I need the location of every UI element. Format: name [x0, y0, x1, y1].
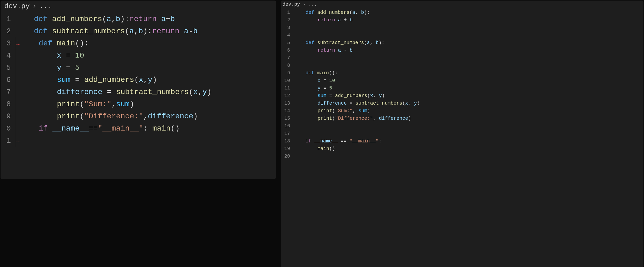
chevron-right-icon: ›	[32, 2, 37, 10]
editor-split-view: dev.py › ... 12345678901 def add_numbers…	[0, 0, 644, 267]
line-number: 3	[3, 37, 11, 49]
line-number: 5	[3, 62, 11, 74]
code-line[interactable]	[294, 24, 643, 31]
code-line[interactable]: main()	[294, 145, 643, 152]
code-line[interactable]: ~~	[16, 135, 276, 147]
line-number: 1	[3, 135, 11, 147]
editor-body-right[interactable]: 1234567891011121314151617181920 def add_…	[281, 9, 643, 267]
line-number: 15	[283, 115, 290, 122]
line-number: 0	[3, 122, 11, 135]
code-line[interactable]	[294, 122, 643, 130]
code-line[interactable]	[294, 62, 643, 69]
code-line[interactable]: return a - b	[294, 46, 643, 54]
code-line[interactable]: def main():~~	[16, 37, 276, 49]
line-number: 9	[283, 69, 290, 77]
code-line[interactable]: def main():	[294, 69, 643, 77]
line-number: 1	[283, 9, 290, 16]
code-line[interactable]: print("Difference:", difference)	[294, 115, 643, 122]
line-number: 13	[283, 99, 290, 107]
line-number: 5	[283, 39, 290, 46]
line-number-gutter: 1234567891011121314151617181920	[281, 9, 294, 267]
code-line[interactable]: sum = add_numbers(x, y)	[294, 92, 643, 99]
line-number: 19	[283, 145, 290, 152]
code-line[interactable]: print("Sum:", sum)	[294, 107, 643, 115]
line-number-gutter: 12345678901	[1, 13, 16, 179]
breadcrumb[interactable]: dev.py › ...	[281, 1, 643, 9]
code-line[interactable]: if __name__=="__main__": main()	[16, 122, 276, 135]
code-line[interactable]	[294, 152, 643, 160]
line-number: 2	[283, 16, 290, 24]
code-line[interactable]: return a + b	[294, 16, 643, 24]
code-line[interactable]: print("Sum:",sum)	[16, 98, 276, 110]
breadcrumb-tail[interactable]: ...	[308, 2, 317, 7]
line-number: 10	[283, 77, 290, 84]
breadcrumb-tail[interactable]: ...	[39, 2, 52, 10]
code-line[interactable]: y = 5	[16, 62, 276, 74]
line-number: 7	[3, 86, 11, 98]
code-line[interactable]: def subtract_numbers(a,b):return a-b	[16, 25, 276, 37]
code-line[interactable]: x = 10	[16, 49, 276, 62]
code-line[interactable]	[294, 130, 643, 137]
line-number: 8	[3, 98, 11, 110]
line-number: 20	[283, 152, 290, 160]
line-number: 6	[3, 74, 11, 86]
line-number: 17	[283, 130, 290, 137]
line-number: 16	[283, 122, 290, 130]
line-number: 1	[3, 13, 11, 25]
line-number: 18	[283, 137, 290, 145]
breadcrumb[interactable]: dev.py › ...	[1, 1, 276, 13]
editor-pane-left[interactable]: dev.py › ... 12345678901 def add_numbers…	[1, 1, 276, 179]
code-line[interactable]: if __name__ == "__main__":	[294, 137, 643, 145]
code-line[interactable]: def add_numbers(a, b):	[294, 9, 643, 16]
line-number: 7	[283, 54, 290, 62]
error-squiggle-icon: ~~	[16, 136, 19, 148]
line-number: 12	[283, 92, 290, 99]
chevron-right-icon: ›	[303, 2, 306, 7]
line-number: 2	[3, 25, 11, 37]
code-line[interactable]: def subtract_numbers(a, b):	[294, 39, 643, 46]
line-number: 4	[3, 49, 11, 62]
code-line[interactable]	[294, 54, 643, 62]
code-area[interactable]: def add_numbers(a, b): return a + b def …	[294, 9, 643, 267]
code-line[interactable]: sum = add_numbers(x,y)	[16, 74, 276, 86]
code-line[interactable]: print("Difference:",difference)	[16, 110, 276, 122]
line-number: 3	[283, 24, 290, 31]
code-line[interactable]: x = 10	[294, 77, 643, 84]
code-line[interactable]	[294, 31, 643, 39]
line-number: 4	[283, 31, 290, 39]
code-line[interactable]: difference = subtract_numbers(x, y)	[294, 99, 643, 107]
editor-body-left[interactable]: 12345678901 def add_numbers(a,b):return …	[1, 13, 276, 179]
line-number: 9	[3, 110, 11, 122]
code-area[interactable]: def add_numbers(a,b):return a+b def subt…	[16, 13, 276, 179]
code-line[interactable]: y = 5	[294, 84, 643, 92]
breadcrumb-file[interactable]: dev.py	[282, 2, 300, 7]
line-number: 8	[283, 62, 290, 69]
line-number: 11	[283, 84, 290, 92]
code-line[interactable]: difference = subtract_numbers(x,y)	[16, 86, 276, 98]
breadcrumb-file[interactable]: dev.py	[4, 2, 30, 10]
code-line[interactable]: def add_numbers(a,b):return a+b	[16, 13, 276, 25]
editor-pane-right[interactable]: dev.py › ... 123456789101112131415161718…	[281, 1, 643, 267]
line-number: 14	[283, 107, 290, 115]
line-number: 6	[283, 46, 290, 54]
